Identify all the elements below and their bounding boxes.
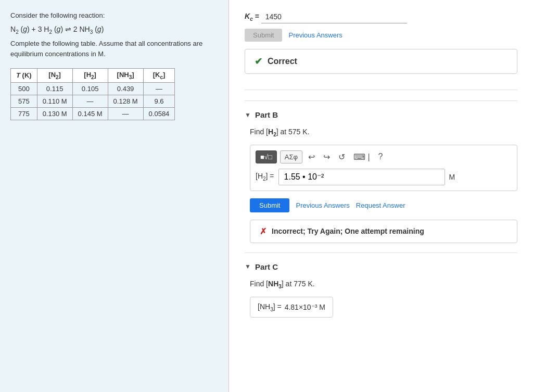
h2-unit: M <box>449 173 455 181</box>
nh3-input-box: [NH3] = 4.81×10⁻³ M <box>250 297 333 318</box>
chevron-c-icon: ▼ <box>245 263 251 270</box>
math-toolbar-b: ■√□ AΣφ ↩ ↪ ↺ ⌨ | ? <box>256 150 512 163</box>
incorrect-box: ✗ Incorrect; Try Again; One attempt rema… <box>250 220 517 243</box>
part-c-content: Find [NH3] at 775 K. [NH3] = 4.81×10⁻³ M <box>245 280 517 318</box>
col-header-N2: [N2] <box>37 69 72 83</box>
chevron-b-icon: ▼ <box>245 111 251 119</box>
table-cell: — <box>72 95 108 107</box>
part-b-label: Part B <box>255 110 278 119</box>
col-header-Kc: [Kc] <box>143 69 175 83</box>
table-cell: 0.145 M <box>72 107 108 120</box>
left-panel: Consider the following reaction: N2 (g) … <box>0 0 229 392</box>
table-cell: 775 <box>11 107 37 120</box>
table-cell: 500 <box>11 82 37 95</box>
table-cell: 0.128 M <box>108 95 143 107</box>
correct-label: Correct <box>268 57 297 66</box>
kc-row: Kc = <box>245 10 517 23</box>
toolbar-undo-btn[interactable]: ↩ <box>306 151 318 163</box>
part-b-content: Find [H2] at 575 K. ■√□ AΣφ ↩ ↪ ↺ ⌨ | ? … <box>245 128 517 243</box>
intro-text: Consider the following reaction: <box>10 10 218 21</box>
table-cell: 0.115 <box>37 82 72 95</box>
part-b-request-answer-link[interactable]: Request Answer <box>356 201 405 209</box>
table-row: 5750.110 M—0.128 M9.6 <box>11 95 175 107</box>
part-b-header[interactable]: ▼ Part B <box>245 110 517 119</box>
toolbar-symbols-btn[interactable]: AΣφ <box>280 150 302 163</box>
top-submit-button[interactable]: Submit <box>245 29 282 42</box>
nh3-value: 4.81×10⁻³ M <box>285 303 325 311</box>
check-icon: ✔ <box>255 56 262 67</box>
top-previous-answers-link[interactable]: Previous Answers <box>288 31 342 39</box>
x-icon: ✗ <box>260 226 266 236</box>
part-b-section: ▼ Part B Find [H2] at 575 K. ■√□ AΣφ ↩ ↪… <box>245 100 517 252</box>
col-header-H2: [H2] <box>72 69 108 83</box>
h2-label: [H2] = <box>256 172 274 182</box>
toolbar-matrix-btn[interactable]: ■√□ <box>256 150 277 163</box>
part-c-section: ▼ Part C Find [NH3] at 775 K. [NH3] = 4.… <box>245 252 517 327</box>
table-cell: 0.130 M <box>37 107 72 120</box>
part-b-previous-answers-link[interactable]: Previous Answers <box>296 201 349 209</box>
table-cell: — <box>108 107 143 120</box>
part-b-find-text: Find [H2] at 575 K. <box>250 128 517 137</box>
part-c-label: Part C <box>255 262 278 271</box>
toolbar-help-btn[interactable]: ? <box>376 151 386 162</box>
table-cell: 575 <box>11 95 37 107</box>
table-cell: 0.105 <box>72 82 108 95</box>
table-row: 5000.1150.1050.439— <box>11 82 175 95</box>
toolbar-refresh-btn[interactable]: ↺ <box>336 151 348 163</box>
incorrect-label: Incorrect; Try Again; One attempt remain… <box>272 227 424 235</box>
part-b-submit-row: Submit Previous Answers Request Answer <box>250 198 517 212</box>
kc-input[interactable] <box>261 10 407 23</box>
part-b-math-container: ■√□ AΣφ ↩ ↪ ↺ ⌨ | ? [H2] = M <box>250 145 517 191</box>
nh3-label: [NH3] = <box>258 302 282 312</box>
math-entry-row-b: [H2] = M <box>256 169 512 185</box>
part-c-header[interactable]: ▼ Part C <box>245 262 517 271</box>
right-panel: Kc = Submit Previous Answers ✔ Correct ▼… <box>229 0 533 392</box>
part-b-submit-button[interactable]: Submit <box>250 198 289 212</box>
col-header-T: T (K) <box>11 69 37 83</box>
part-c-find-text: Find [NH3] at 775 K. <box>250 280 517 289</box>
table-cell: 0.439 <box>108 82 143 95</box>
top-section: Kc = Submit Previous Answers ✔ Correct <box>245 0 517 90</box>
toolbar-redo-btn[interactable]: ↪ <box>321 151 333 163</box>
h2-input[interactable] <box>278 169 445 185</box>
table-cell: 9.6 <box>143 95 175 107</box>
table-cell: — <box>143 82 175 95</box>
kc-prefix: Kc = <box>245 12 261 22</box>
correct-box: ✔ Correct <box>245 49 517 74</box>
reaction-equation: N2 (g) + 3 H2 (g) ⇌ 2 NH3 (g) <box>10 23 218 36</box>
table-cell: 0.0584 <box>143 107 175 120</box>
col-header-NH3: [NH3] <box>108 69 143 83</box>
equilibrium-table: T (K) [N2] [H2] [NH3] [Kc] 5000.1150.105… <box>10 68 175 120</box>
table-row: 7750.130 M0.145 M—0.0584 <box>11 107 175 120</box>
instruction-text: Complete the following table. Assume tha… <box>10 39 218 60</box>
table-cell: 0.110 M <box>37 95 72 107</box>
top-submit-row: Submit Previous Answers <box>245 29 517 42</box>
table-body: 5000.1150.1050.439—5750.110 M—0.128 M9.6… <box>11 82 175 120</box>
toolbar-keyboard-btn[interactable]: ⌨ | <box>351 151 373 163</box>
